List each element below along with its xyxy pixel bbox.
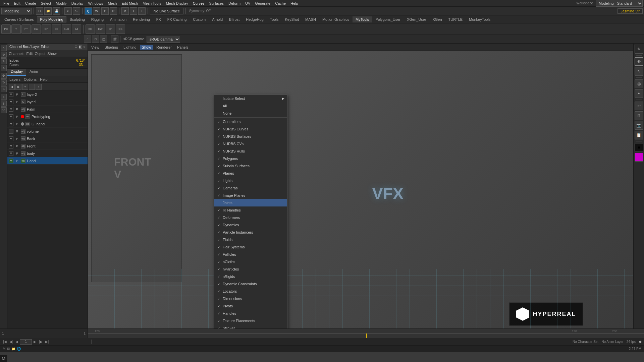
icon-all[interactable]: All (72, 24, 81, 34)
icon-cp[interactable]: CP (42, 24, 51, 34)
menu-windows[interactable]: Windows (86, 1, 105, 6)
gamma-dropdown[interactable]: sRGB gamma (147, 36, 180, 43)
dd-nurbs-cvs[interactable]: ✓ NURBS CVs (214, 140, 287, 147)
menu-edit[interactable]: Edit (12, 1, 22, 6)
dd-nurbs-curves[interactable]: ✓ NURBS Curves (214, 125, 287, 133)
layers-menu[interactable]: Layers (9, 77, 20, 81)
layer-row-palm[interactable]: V P obj Palm (7, 106, 88, 113)
cb-channels-menu[interactable]: Channels (9, 52, 24, 56)
menu-mesh-tools[interactable]: Mesh Tools (141, 1, 163, 6)
icon-be[interactable]: BE (86, 24, 95, 34)
cam-front[interactable]: ◫ (100, 36, 107, 43)
dd-hair-systems[interactable]: ✓ Hair Systems (214, 243, 287, 251)
icon-os[interactable]: OS (116, 24, 125, 34)
menu-mesh[interactable]: Mesh (106, 1, 119, 6)
layer-row-front[interactable]: V P obj Front (7, 142, 88, 150)
dd-image-planes[interactable]: ✓ Image Planes (214, 192, 287, 199)
layer-prev[interactable]: ◀ (9, 84, 15, 90)
shelf-tab-custom[interactable]: Custom (190, 16, 209, 22)
icon-slh[interactable]: SLH (62, 24, 71, 34)
help-menu[interactable]: Help (40, 77, 48, 81)
tool-rotate[interactable]: ↻ (1, 79, 7, 85)
timeline-ruler[interactable]: 120 120 200 (88, 329, 644, 338)
shelf-tab-animation[interactable]: Animation (107, 16, 129, 22)
rt-black-square[interactable]: ■ (635, 143, 643, 152)
dd-planes[interactable]: ✓ Planes (214, 170, 287, 177)
tool-select[interactable]: ↖ (1, 45, 7, 51)
tool-extrude[interactable]: E (1, 94, 7, 100)
redo-btn[interactable]: ↪ (73, 7, 80, 15)
cb-object-menu[interactable]: Object (35, 52, 45, 56)
dd-deformers[interactable]: ✓ Deformers (214, 214, 287, 221)
shelf-tab-fx[interactable]: FX (153, 16, 164, 22)
icon-ft[interactable]: FT (21, 24, 31, 34)
btn-go-start[interactable]: |◀ (2, 340, 8, 344)
cb-edit-menu[interactable]: Edit (26, 52, 33, 56)
dd-isolate-select[interactable]: Isolate Select ▶ (214, 95, 287, 102)
tool-lasso[interactable]: ⊙ (1, 52, 7, 58)
taskbar-icon2[interactable]: 📁 (11, 347, 15, 351)
tool-paint[interactable]: ✎ (1, 58, 7, 64)
icon-hat[interactable]: Hat (32, 24, 41, 34)
shelf-tab-hedgehog[interactable]: HedgeHog (243, 16, 267, 22)
shelf-tab-mash[interactable]: MASH (302, 16, 319, 22)
snap-curve[interactable]: ⌇ (130, 7, 137, 15)
layer-add[interactable]: + (22, 84, 28, 90)
shelf-tab-rigging[interactable]: Rigging (88, 16, 107, 22)
viewport[interactable]: View Shading Lighting Show Renderer Pane… (88, 44, 633, 328)
btn-go-end[interactable]: ▶| (44, 340, 50, 344)
menu-surfaces[interactable]: Surfaces (207, 1, 226, 6)
menu-help[interactable]: Help (288, 1, 300, 6)
layer-vis-layer1[interactable]: V (9, 100, 13, 104)
dd-subdiv-surfaces[interactable]: ✓ Subdiv Surfaces (214, 162, 287, 170)
shelf-tab-rendering[interactable]: Rendering (130, 16, 153, 22)
dd-none[interactable]: None (214, 110, 287, 117)
options-menu[interactable]: Options (24, 77, 37, 81)
layer-vis-volume[interactable] (9, 129, 13, 134)
tab-anim[interactable]: Anim (26, 69, 41, 76)
tool-bevel[interactable]: V (1, 107, 7, 113)
new-file-btn[interactable]: 🗋 (36, 7, 43, 15)
layer-vis-front[interactable]: V (9, 144, 13, 148)
icon-pc[interactable]: PC (1, 24, 11, 34)
layer-row-volume[interactable]: R obj volume (7, 128, 88, 135)
layer-vis-ghand[interactable]: V (9, 122, 13, 126)
dd-dynamic-constraints[interactable]: ✓ Dynamic Constraints (214, 280, 287, 288)
btn-prev-key[interactable]: ◀| (8, 340, 14, 344)
layer-vis-hand[interactable]: V (9, 159, 13, 163)
btn-next-key[interactable]: |▶ (38, 340, 44, 344)
tool-move[interactable]: ✛ (1, 73, 7, 79)
btn-next-frame[interactable]: ▶ (33, 340, 37, 344)
auto-key-btn[interactable]: ⏺ (639, 340, 642, 344)
menu-create[interactable]: Create (23, 1, 38, 6)
dd-ik-handles[interactable]: ✓ IK Handles (214, 206, 287, 214)
dd-fluids[interactable]: ✓ Fluids (214, 236, 287, 243)
layer-row-hand[interactable]: V P obj Hand (7, 157, 88, 165)
rotate-tool[interactable]: E (101, 7, 109, 15)
select-tool[interactable]: Q (85, 7, 92, 15)
cam-fit[interactable]: □ (92, 36, 99, 43)
menu-uv[interactable]: UV (243, 1, 252, 6)
dd-nurbs-hulls[interactable]: ✓ NURBS Hulls (214, 147, 287, 155)
snap-grid[interactable]: # (121, 7, 129, 15)
vp-view-menu[interactable]: View (89, 45, 101, 50)
shelf-tab-bifrost[interactable]: Bifrost (226, 16, 243, 22)
menu-curves[interactable]: Curves (191, 1, 207, 6)
dd-cameras[interactable]: ✓ Cameras (214, 184, 287, 192)
scale-tool[interactable]: R (110, 7, 117, 15)
mode-dropdown[interactable]: Modeling (1, 8, 32, 14)
icon-ss[interactable]: SS (52, 24, 61, 34)
layer-row-layer2[interactable]: V P L layer2 (7, 91, 88, 98)
shelf-tab-monkeytools[interactable]: MonkeyTools (466, 16, 493, 22)
cb-icon3[interactable]: × (84, 45, 86, 49)
rt-delete-tool[interactable]: 🗑 (635, 111, 643, 120)
vp-panels-menu[interactable]: Panels (175, 45, 191, 50)
layer-row-back[interactable]: V P obj Back (7, 135, 88, 142)
dd-follicles[interactable]: ✓ Follicles (214, 251, 287, 258)
dd-nrigids[interactable]: ✓ nRigids (214, 273, 287, 280)
live-surface-dropdown[interactable]: No Live Surface (150, 8, 183, 14)
tool-sculpt[interactable]: ∿ (1, 65, 7, 71)
shelf-tab-sculpting[interactable]: Sculpting (67, 16, 88, 22)
frame-field-1[interactable]: 1 (2, 331, 4, 335)
dd-all[interactable]: All (214, 102, 287, 110)
